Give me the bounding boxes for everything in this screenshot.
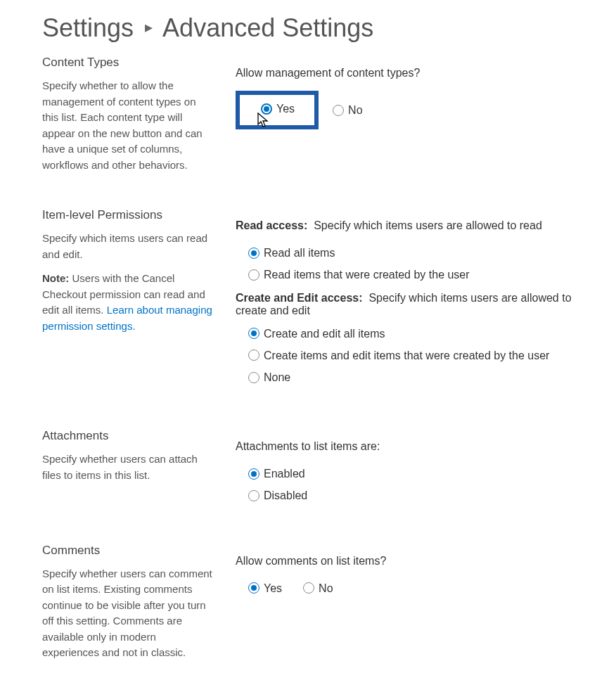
comments-title: Comments	[42, 544, 214, 558]
attachments-title: Attachments	[42, 429, 214, 443]
radio-unchecked-icon	[248, 490, 259, 501]
section-content-types: Content Types Specify whether to allow t…	[42, 56, 581, 173]
radio-checked-icon	[248, 468, 259, 480]
section-item-level: Item-level Permissions Specify which ite…	[42, 208, 581, 394]
item-level-desc1: Specify which items users can read and e…	[42, 231, 214, 262]
chevron-right-icon: ▸	[141, 18, 157, 41]
create-edit-all-option[interactable]: Create and edit all items	[248, 324, 581, 343]
content-types-no-option[interactable]: No	[333, 104, 362, 117]
breadcrumb: Settings ▸ Advanced Settings	[42, 13, 581, 43]
comments-question: Allow comments on list items?	[236, 555, 581, 567]
radio-checked-icon	[248, 582, 259, 594]
create-edit-none-option[interactable]: None	[248, 368, 581, 387]
attachments-enabled-option[interactable]: Enabled	[248, 464, 581, 483]
attachments-question: Attachments to list items are:	[236, 440, 581, 453]
create-edit-access-label: Create and Edit access: Specify which it…	[236, 292, 581, 317]
highlight-box: Yes	[236, 91, 319, 129]
radio-unchecked-icon	[248, 372, 259, 383]
breadcrumb-current: Advanced Settings	[162, 13, 373, 42]
comments-no-option[interactable]: No	[303, 579, 333, 598]
attachments-desc: Specify whether users can attach files t…	[42, 451, 214, 483]
radio-unchecked-icon	[333, 105, 344, 116]
section-comments: Comments Specify whether users can comme…	[42, 544, 581, 661]
section-attachments: Attachments Specify whether users can at…	[42, 429, 581, 508]
content-types-desc: Specify whether to allow the management …	[42, 78, 214, 173]
item-level-title: Item-level Permissions	[42, 208, 214, 222]
breadcrumb-parent[interactable]: Settings	[42, 13, 134, 42]
comments-yes-option[interactable]: Yes	[248, 579, 282, 598]
create-edit-own-option[interactable]: Create items and edit items that were cr…	[248, 346, 581, 365]
radio-unchecked-icon	[303, 582, 314, 594]
item-level-note: Note: Users with the Cancel Checkout per…	[42, 271, 214, 334]
radio-checked-icon	[248, 328, 259, 339]
radio-unchecked-icon	[248, 269, 259, 281]
radio-checked-icon	[248, 248, 259, 259]
read-own-items-option[interactable]: Read items that were created by the user	[248, 265, 581, 284]
attachments-disabled-option[interactable]: Disabled	[248, 486, 581, 505]
radio-unchecked-icon	[248, 350, 259, 361]
read-access-label: Read access: Specify which items users a…	[236, 219, 581, 232]
content-types-yes-option[interactable]: Yes	[261, 103, 295, 115]
content-types-title: Content Types	[42, 56, 214, 70]
content-types-question: Allow management of content types?	[236, 67, 581, 79]
radio-checked-icon	[261, 103, 272, 115]
comments-desc: Specify whether users can comment on lis…	[42, 566, 214, 661]
read-all-items-option[interactable]: Read all items	[248, 243, 581, 262]
